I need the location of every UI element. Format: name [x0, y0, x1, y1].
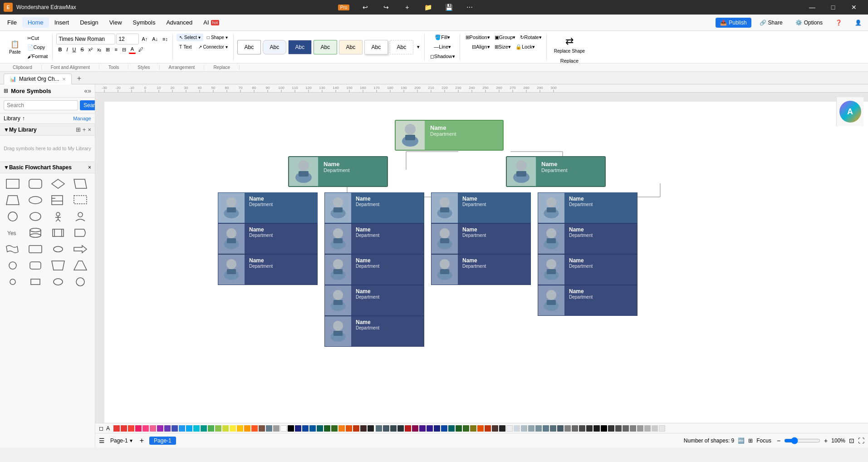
save-file-btn[interactable]: 💾: [438, 0, 459, 15]
shape-doc[interactable]: [71, 193, 89, 207]
group-btn[interactable]: ▣ Group ▾: [493, 34, 518, 41]
line-btn[interactable]: — Line ▾: [432, 43, 453, 51]
color-swatch-blue-dark[interactable]: [172, 425, 178, 432]
close-library-btn[interactable]: ×: [88, 126, 91, 133]
more-btn[interactable]: ⋯: [459, 0, 480, 15]
font-size-input[interactable]: [116, 34, 139, 44]
col4-row2[interactable]: NameDepartment: [538, 223, 638, 254]
indent-btn[interactable]: ⊞: [104, 46, 112, 54]
color-swatch-light-green[interactable]: [215, 425, 221, 432]
shape-tool-btn[interactable]: □Shape▾: [204, 34, 230, 41]
shadow-btn[interactable]: ◻ Shadow ▾: [428, 53, 457, 60]
shape-ellipse[interactable]: [26, 210, 44, 223]
color-swatch-deep-orange[interactable]: [251, 425, 258, 432]
format-btn[interactable]: 🖌 Format: [25, 53, 50, 60]
style-box-2[interactable]: Abc: [263, 40, 286, 54]
expand-library-btn[interactable]: ⊞: [76, 126, 81, 133]
doc-tab[interactable]: 📊 Market Org Ch... ✕: [4, 74, 72, 84]
col2-row2[interactable]: NameDepartment: [324, 223, 424, 254]
color-swatch-light-blue[interactable]: [186, 425, 192, 432]
bold-btn[interactable]: B: [56, 46, 64, 53]
color-ext-29[interactable]: [579, 425, 585, 432]
my-library-header[interactable]: ▼ My Library ⊞ + ×: [0, 124, 95, 136]
color-swatch-blue2[interactable]: [302, 425, 309, 432]
color-swatch-blue[interactable]: [179, 425, 185, 432]
col1-row3[interactable]: NameDepartment: [218, 254, 318, 285]
style-box-4[interactable]: Abc: [314, 40, 337, 54]
search-input[interactable]: [4, 100, 78, 110]
cut-btn[interactable]: ✂ Cut: [25, 34, 50, 42]
fit-icon[interactable]: ⊞: [748, 437, 753, 444]
col2-row5[interactable]: NameDepartment: [324, 316, 424, 347]
font-size-down-btn[interactable]: A↓: [150, 35, 160, 43]
color-swatch-blue3[interactable]: [309, 425, 316, 432]
color-ext-40[interactable]: [659, 425, 665, 432]
lock-btn[interactable]: 🔒 Lock ▾: [514, 43, 537, 51]
shape-rounded-rect[interactable]: [26, 177, 44, 191]
color-ext-3[interactable]: [390, 425, 397, 432]
color-swatch-lime[interactable]: [222, 425, 229, 432]
color-swatch-red3[interactable]: [353, 425, 359, 432]
paste-btn[interactable]: 📋 Paste: [6, 39, 24, 56]
rotate-btn[interactable]: ↻ Rotate ▾: [518, 34, 543, 41]
menu-home[interactable]: Home: [22, 17, 49, 28]
color-swatch-teal[interactable]: [201, 425, 207, 432]
redo-btn[interactable]: ↪: [376, 0, 397, 15]
shape-sm-circle2[interactable]: [71, 275, 89, 289]
color-ext-36[interactable]: [630, 425, 636, 432]
color-swatch-pink2[interactable]: [142, 425, 149, 432]
color-ext-24[interactable]: [543, 425, 549, 432]
color-swatch-blue-grey[interactable]: [266, 425, 272, 432]
color-ext-2[interactable]: [383, 425, 389, 432]
replace-btn[interactable]: Replace: [559, 57, 580, 64]
shape-trapezoid[interactable]: [4, 193, 22, 207]
color-ext-38[interactable]: [644, 425, 651, 432]
color-ext-23[interactable]: [535, 425, 542, 432]
l1-left-node[interactable]: Name Department: [288, 156, 388, 187]
shape-oval[interactable]: [26, 193, 44, 207]
color-ext-35[interactable]: [623, 425, 629, 432]
color-swatch-teal2[interactable]: [317, 425, 323, 432]
color-swatch-white[interactable]: [280, 425, 287, 432]
highlight-btn[interactable]: 🖊: [137, 46, 145, 53]
col1-row1[interactable]: NameDepartment: [218, 192, 318, 223]
shape-trap2[interactable]: [49, 259, 67, 272]
manage-link[interactable]: Manage: [73, 116, 91, 121]
styles-more-btn[interactable]: ▾: [415, 43, 422, 51]
shape-proc[interactable]: [49, 226, 67, 240]
color-swatch-dark[interactable]: [368, 425, 374, 432]
zoom-slider[interactable]: [784, 437, 820, 444]
menu-insert[interactable]: Insert: [49, 17, 75, 28]
font-family-input[interactable]: [56, 34, 115, 44]
color-swatch-pink3[interactable]: [150, 425, 156, 432]
color-swatch-purple[interactable]: [157, 425, 163, 432]
minimize-btn[interactable]: —: [802, 0, 823, 15]
help-btn[interactable]: ❓: [831, 18, 847, 28]
shape-sm-rect[interactable]: [26, 275, 44, 289]
add-tab-btn[interactable]: +: [74, 73, 85, 84]
shape-sm-circle[interactable]: [4, 275, 22, 289]
superscript-btn[interactable]: x²: [87, 46, 94, 53]
col4-row4[interactable]: NameDepartment: [538, 285, 638, 316]
color-ext-18[interactable]: [499, 425, 505, 432]
col4-row3[interactable]: NameDepartment: [538, 254, 638, 285]
shape-circle[interactable]: [4, 210, 22, 223]
close-btn[interactable]: ✕: [843, 0, 864, 15]
add-library-btn[interactable]: +: [83, 126, 86, 133]
color-swatch-yellow[interactable]: [230, 425, 236, 432]
color-ext-37[interactable]: [637, 425, 643, 432]
style-box-5[interactable]: Abc: [339, 40, 363, 54]
col2-row1[interactable]: NameDepartment: [324, 192, 424, 223]
color-ext-21[interactable]: [521, 425, 527, 432]
fill-btn[interactable]: 🪣 Fill ▾: [433, 34, 452, 41]
color-swatch-cyan[interactable]: [193, 425, 200, 432]
font-color-btn[interactable]: A: [129, 45, 136, 54]
shape-wave[interactable]: [4, 242, 22, 256]
shape-circle2[interactable]: [4, 259, 22, 272]
shape-sm-oval[interactable]: [49, 275, 67, 289]
style-box-6[interactable]: Abc: [364, 40, 388, 54]
shape-rect3[interactable]: [26, 259, 44, 272]
color-ext-32[interactable]: [601, 425, 607, 432]
color-ext-4[interactable]: [397, 425, 404, 432]
menu-file[interactable]: File: [2, 17, 22, 28]
